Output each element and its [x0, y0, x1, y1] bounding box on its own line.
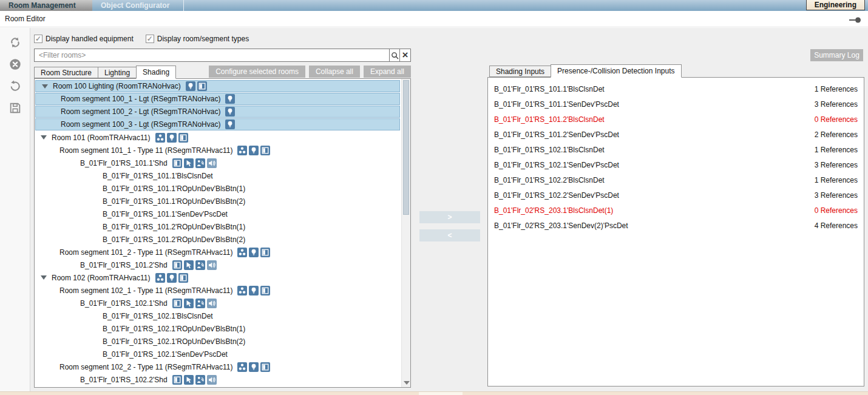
reference-row[interactable]: B_01'Flr_01'RS_102.1'SenDev'PscDet3 Refe…: [488, 157, 864, 172]
reference-row[interactable]: B_01'Flr_01'RS_101.1'BlsClsnDet1 Referen…: [488, 81, 864, 96]
tree-row[interactable]: B_01'Flr_01'RS_102.1'ROpUnDev'BlsBtn(1): [35, 322, 401, 335]
expand-arrow-icon[interactable]: [41, 275, 47, 280]
tree-row-icons: [225, 107, 235, 116]
tree-row[interactable]: B_01'Flr_01'RS_101.2'ROpUnDev'BlsBtn(2): [35, 233, 401, 246]
tree-actions: Configure selected roomsCollapse allExpa…: [205, 66, 411, 78]
pin-icon[interactable]: [849, 16, 862, 25]
tab-presence-collision-detection-inputs[interactable]: Presence-/Collision Detection Inputs: [551, 64, 681, 78]
configure-selected-rooms-button[interactable]: Configure selected rooms: [209, 66, 305, 78]
undo-button[interactable]: [7, 78, 24, 95]
reference-row[interactable]: B_01'Flr_01'RS_102.2'BlsClsnDet1 Referen…: [488, 172, 864, 187]
room-tree-section: ✓Display handled equipment✓Display room/…: [34, 33, 411, 388]
close-icon: ×: [402, 50, 409, 60]
reference-name: B_01'Flr_01'RS_102.2'BlsClsnDet: [494, 176, 605, 184]
tree-row[interactable]: Room segment 102_2 - Type 11 (RSegmTRAHv…: [35, 360, 401, 373]
tree-row-icons: [225, 94, 235, 104]
reference-row[interactable]: B_01'Flr_01'RS_101.1'SenDev'PscDet3 Refe…: [488, 96, 864, 112]
cancel-icon: [8, 58, 22, 71]
checkbox-icon: ✓: [34, 35, 42, 43]
fan-icon: [237, 146, 247, 155]
fan-icon: [237, 362, 247, 372]
tree-row[interactable]: Room 102 (RoomTRAHvac11): [35, 271, 401, 284]
splitter-handle[interactable]: [419, 392, 463, 395]
reference-row[interactable]: B_01'Flr_01'RS_102.1'BlsClsnDet1 Referen…: [488, 142, 864, 157]
tree-row[interactable]: Room segment 100_2 - Lgt (RSegmTRANoHvac…: [35, 106, 400, 118]
blind-icon: [178, 133, 188, 143]
tree-row-label: B_01'Flr_01'RS_101.2'ROpUnDev'BlsBtn(1): [103, 223, 245, 231]
reference-row[interactable]: B_01'Flr_01'RS_101.2'SenDev'PscDet2 Refe…: [488, 127, 864, 142]
tree-row[interactable]: B_01'Flr_01'RS_101.1'SenDev'PscDet: [35, 208, 401, 220]
reference-row[interactable]: B_01'Flr_02'RS_203.1'SenDev(2)'PscDet4 R…: [488, 218, 864, 233]
refresh-icon: [8, 36, 22, 49]
tree-row-label: Room 100 Lighting (RoomTRANoHvac): [53, 82, 181, 90]
tree-row[interactable]: B_01'Flr_01'RS_101.1'Shd: [35, 157, 401, 169]
collapse-all-button[interactable]: Collapse all: [309, 66, 360, 78]
tab-shading-inputs[interactable]: Shading Inputs: [489, 66, 551, 77]
reference-name: B_01'Flr_02'RS_203.1'BlsClsnDet(1): [494, 206, 613, 215]
checkbox-display-room-segment-types[interactable]: ✓Display room/segment types: [146, 35, 249, 43]
cancel-button[interactable]: [7, 56, 24, 73]
speaker-icon: [207, 375, 217, 385]
tab-lighting[interactable]: Lighting: [98, 67, 137, 78]
tree-row[interactable]: Room 101 (RoomTRAHvac11): [35, 131, 401, 144]
save-button[interactable]: [7, 100, 24, 116]
expand-arrow-icon[interactable]: [42, 84, 48, 89]
expand-arrow-icon[interactable]: [41, 135, 47, 140]
tree-row[interactable]: B_01'Flr_01'RS_102.1'Shd: [35, 297, 401, 309]
tree-row[interactable]: Room 100 Lighting (RoomTRANoHvac): [35, 80, 400, 92]
scrollbar-thumb[interactable]: [403, 80, 409, 215]
move-right-button[interactable]: >: [419, 211, 480, 223]
reference-row[interactable]: B_01'Flr_02'RS_203.1'BlsClsnDet(1)0 Refe…: [488, 203, 864, 218]
tree-row[interactable]: B_01'Flr_01'RS_102.1'ROpUnDev'BlsBtn(2): [35, 335, 401, 348]
checkbox-display-handled-equipment[interactable]: ✓Display handled equipment: [34, 35, 134, 43]
tree-row[interactable]: B_01'Flr_01'RS_101.2'Shd: [35, 258, 401, 271]
scroll-down-icon[interactable]: [404, 381, 410, 385]
save-icon: [8, 101, 22, 115]
tree-row-label: Room segment 100_3 - Lgt (RSegmTRANoHvac…: [61, 120, 220, 129]
tree-row-label: B_01'Flr_01'RS_101.2'Shd: [80, 261, 168, 269]
tree-row[interactable]: B_01'Flr_01'RS_102.2'Shd: [35, 373, 401, 386]
tree-scrollbar[interactable]: [401, 79, 410, 387]
tree-row[interactable]: B_01'Flr_01'RS_102.1'SenDev'PscDet: [35, 348, 401, 360]
tree-row-icons: [172, 158, 217, 168]
presence-icon: [195, 375, 205, 385]
top-tab-room-management[interactable]: Room Management: [0, 0, 92, 11]
tree-row[interactable]: B_01'Flr_01'RS_102.1'BlsClsnDet: [35, 309, 401, 322]
blind-icon: [172, 375, 182, 385]
tab-room-structure[interactable]: Room Structure: [34, 67, 98, 78]
tree-row[interactable]: B_01'Flr_01'RS_101.1'ROpUnDev'BlsBtn(2): [35, 195, 401, 208]
reference-row[interactable]: B_01'Flr_01'RS_101.2'BlsClsnDet0 Referen…: [488, 112, 864, 127]
tree-row[interactable]: Room segment 101_2 - Type 11 (RSegmTRAHv…: [35, 246, 401, 258]
search-button[interactable]: [389, 49, 399, 62]
tree-row[interactable]: Room segment 102_1 - Type 11 (RSegmTRAHv…: [35, 284, 401, 297]
tree-row[interactable]: B_01'Flr_01'RS_101.1'BlsClsnDet: [35, 169, 401, 182]
tree-row[interactable]: Room segment 101_1 - Type 11 (RSegmTRAHv…: [35, 144, 401, 157]
reference-name: B_01'Flr_01'RS_101.2'SenDev'PscDet: [494, 130, 619, 139]
tab-shading[interactable]: Shading: [136, 66, 176, 79]
tree-row[interactable]: Room segment 100_1 - Lgt (RSegmTRANoHvac…: [35, 93, 400, 105]
tree-row[interactable]: Room segment 100_3 - Lgt (RSegmTRANoHvac…: [35, 118, 400, 130]
refresh-button[interactable]: [7, 34, 24, 51]
tree-row[interactable]: B_01'Flr_01'RS_102.2'BlsClsnDet: [35, 386, 401, 388]
bulb-icon: [225, 120, 235, 129]
blind-icon: [197, 81, 207, 91]
reference-name: B_01'Flr_01'RS_101.2'BlsClsnDet: [494, 115, 605, 124]
tree-row[interactable]: B_01'Flr_01'RS_101.1'ROpUnDev'BlsBtn(1): [35, 182, 401, 195]
filter-rooms-input[interactable]: [34, 49, 389, 62]
bottom-splitter[interactable]: [0, 391, 868, 395]
tree-row-label: B_01'Flr_01'RS_101.1'ROpUnDev'BlsBtn(2): [103, 197, 245, 206]
summary-log-button[interactable]: Summary Log: [810, 49, 863, 61]
touch-icon: [184, 158, 194, 168]
bulb-icon: [167, 133, 177, 143]
clear-filter-button[interactable]: ×: [399, 49, 411, 62]
reference-name: B_01'Flr_01'RS_101.1'BlsClsnDet: [494, 85, 605, 93]
top-tab-object-configurator[interactable]: Object Configurator: [92, 0, 182, 11]
reference-name: B_01'Flr_02'RS_203.1'SenDev(2)'PscDet: [494, 221, 628, 230]
engineering-button[interactable]: Engineering: [806, 0, 865, 10]
expand-all-button[interactable]: Expand all: [364, 66, 411, 78]
tree-row-icons: [237, 248, 270, 257]
tree-row[interactable]: B_01'Flr_01'RS_101.2'ROpUnDev'BlsBtn(1): [35, 220, 401, 233]
reference-row[interactable]: B_01'Flr_01'RS_102.2'SenDev'PscDet3 Refe…: [488, 187, 864, 203]
undo-icon: [8, 79, 22, 93]
move-left-button[interactable]: <: [419, 229, 480, 241]
